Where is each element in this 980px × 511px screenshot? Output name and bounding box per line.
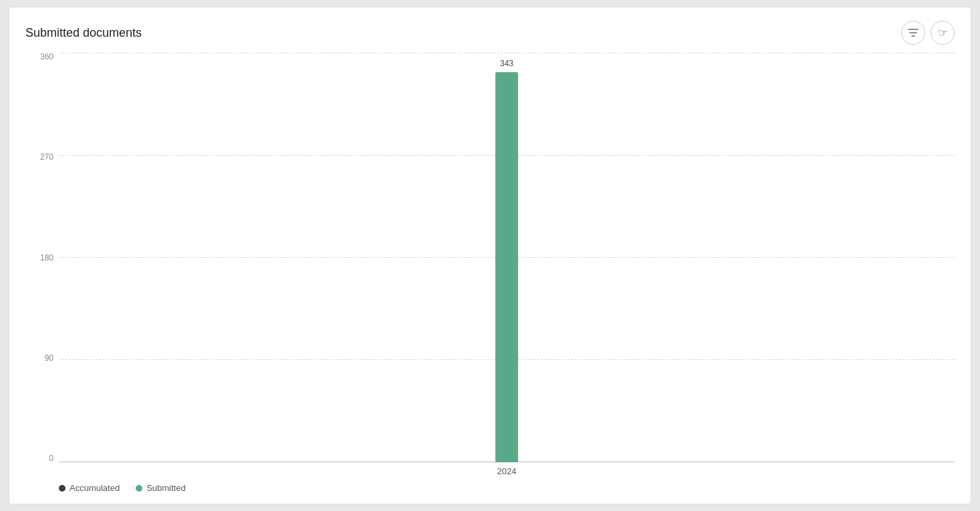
y-label-270: 270 xyxy=(40,153,53,161)
x-label-2024: 2024 xyxy=(497,466,517,476)
cursor-icon: ☞ xyxy=(938,26,948,40)
header-icons: ☞ xyxy=(901,21,955,45)
bar-value-label: 343 xyxy=(500,59,513,68)
legend-item-accumulated: Accumulated xyxy=(59,483,120,493)
y-label-180: 180 xyxy=(40,254,53,262)
submitted-dot xyxy=(136,485,142,492)
x-axis: 2024 xyxy=(25,462,955,476)
y-axis: 360 270 180 90 0 xyxy=(25,53,59,462)
bars-area: 343 xyxy=(59,53,955,462)
card-header: Submitted documents ☞ xyxy=(25,21,955,45)
chart-plot: 343 xyxy=(59,53,955,462)
y-label-360: 360 xyxy=(40,53,53,61)
legend: Accumulated Submitted xyxy=(25,483,955,493)
accumulated-label: Accumulated xyxy=(70,483,120,493)
bar-group-2024[interactable]: 343 xyxy=(495,72,518,462)
filter-button[interactable] xyxy=(901,21,925,45)
bar-2024[interactable] xyxy=(495,72,518,462)
chart-inner: 360 270 180 90 0 343 xyxy=(25,53,955,462)
card-title: Submitted documents xyxy=(25,26,142,40)
filter-icon xyxy=(908,27,918,38)
legend-item-submitted: Submitted xyxy=(136,483,186,493)
submitted-documents-card: Submitted documents ☞ 360 270 180 90 0 xyxy=(9,7,971,504)
chart-area: 360 270 180 90 0 343 xyxy=(25,53,955,493)
submitted-label: Submitted xyxy=(146,483,186,493)
expand-button[interactable]: ☞ xyxy=(931,21,955,45)
y-label-0: 0 xyxy=(49,454,53,462)
accumulated-dot xyxy=(59,485,66,492)
y-label-90: 90 xyxy=(45,354,53,362)
